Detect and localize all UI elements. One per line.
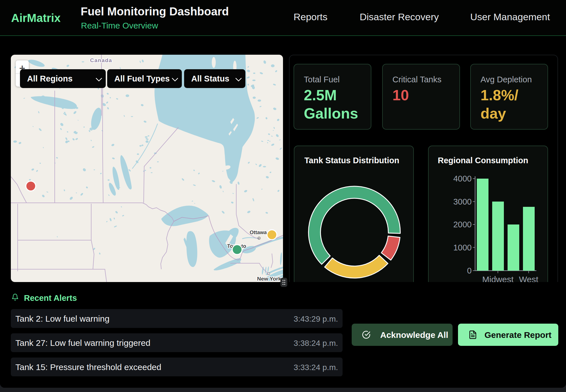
svg-text:0: 0 (467, 266, 472, 275)
svg-text:Ottawa: Ottawa (250, 230, 267, 235)
svg-text:4000: 4000 (453, 174, 472, 183)
svg-text:3000: 3000 (453, 197, 472, 206)
svg-text:New York: New York (257, 276, 281, 282)
svg-text:1000: 1000 (453, 243, 472, 252)
svg-text:Canada: Canada (90, 57, 112, 63)
svg-text:2000: 2000 (453, 220, 472, 229)
